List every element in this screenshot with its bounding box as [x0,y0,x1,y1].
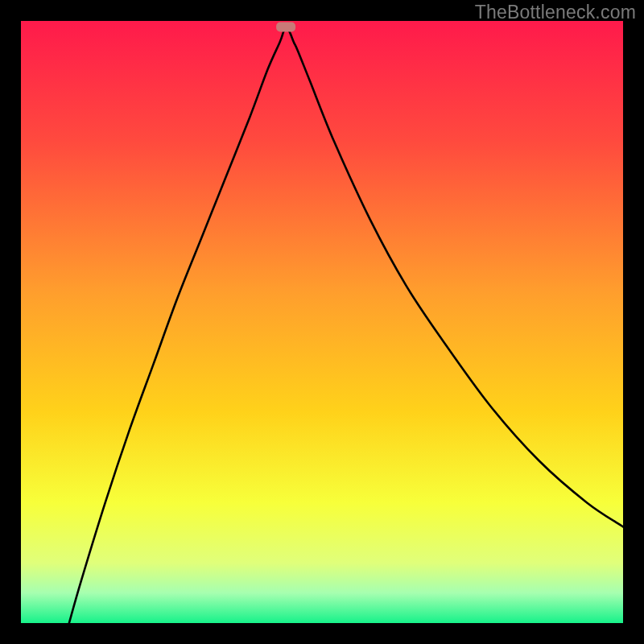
watermark-text: TheBottleneck.com [475,2,636,23]
chart-frame: TheBottleneck.com [0,0,644,644]
chart-svg [21,21,623,623]
optimum-marker [276,22,295,31]
plot-area [21,21,623,623]
